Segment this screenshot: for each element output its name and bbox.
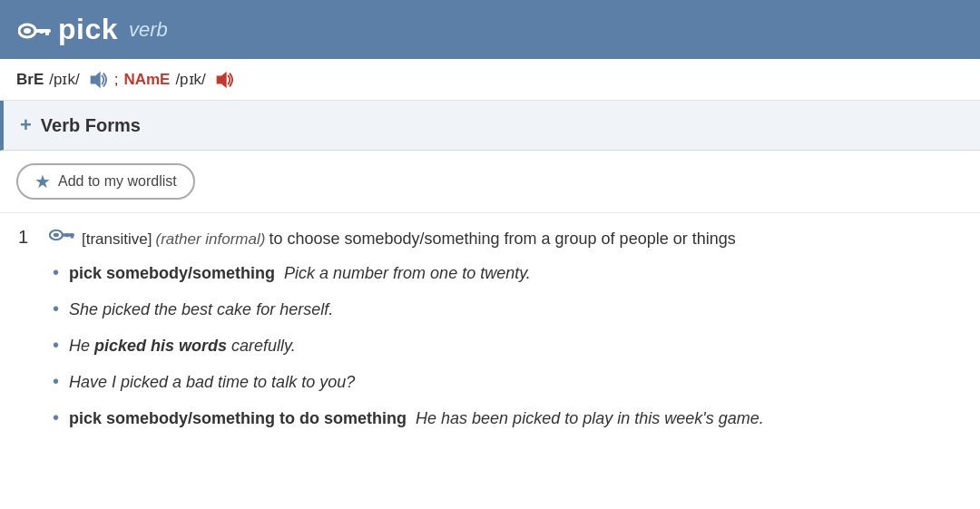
bullet-icon-2: • [53,295,64,322]
wordlist-bar: ★ Add to my wordlist [0,151,980,213]
examples-list: • pick somebody/something Pick a number … [49,259,962,431]
example-phrase-1: pick somebody/something [69,264,275,282]
example-italic-1: Pick a number from one to twenty. [284,264,531,282]
pronunciation-bar: BrE /pɪk/ ; NAmE /pɪk/ [0,59,980,101]
definition-informal: (rather informal) [155,228,265,251]
def-key-icon [49,226,74,244]
example-item-3: • He picked his words carefully. [53,331,962,358]
example-item-5: • pick somebody/something to do somethin… [53,404,962,431]
example-phrase-5: pick somebody/something to do something [69,409,407,427]
svg-marker-6 [216,71,226,87]
name-label: NAmE [123,71,170,89]
definition-content: [transitive] (rather informal) to choose… [49,226,962,440]
svg-point-8 [54,233,59,237]
add-to-wordlist-button[interactable]: ★ Add to my wordlist [16,163,195,200]
bullet-icon-1: • [53,259,64,286]
example-item-2: • She picked the best cake for herself. [53,295,962,322]
svg-rect-10 [71,233,74,238]
star-icon: ★ [34,171,51,192]
name-ipa: /pɪk/ [175,70,205,89]
bre-label: BrE [16,71,44,89]
definition-number: 1 [18,227,36,248]
verb-forms-plus: + [20,113,32,137]
header-word: pick [58,13,118,46]
bre-sound-button[interactable] [87,70,107,90]
example-pre-3: He [69,337,94,355]
definition-main-line: [transitive] (rather informal) to choose… [49,226,962,251]
definition-text: to choose somebody/something from a grou… [269,227,735,251]
example-text-5: pick somebody/something to do something … [69,406,764,431]
example-text-4: Have I picked a bad time to talk to you? [69,370,355,395]
bullet-icon-3: • [53,331,64,358]
example-bold-3: picked his words [94,337,227,355]
definitions-section: 1 [transitive] (rather informal) to choo… [0,213,980,458]
svg-rect-11 [65,233,69,237]
verb-forms-bar[interactable]: + Verb Forms [0,101,980,151]
svg-point-1 [24,28,31,34]
example-italic-5: He has been picked to play in this week'… [416,409,764,427]
example-text-3: He picked his words carefully. [69,334,296,358]
header-pos: verb [129,18,168,42]
svg-rect-3 [45,29,49,35]
definition-tag: [transitive] [82,228,152,251]
definition-entry-1: 1 [transitive] (rather informal) to choo… [18,226,962,440]
example-item-1: • pick somebody/something Pick a number … [53,259,962,286]
bullet-icon-5: • [53,404,64,431]
key-icon [18,20,47,40]
wordlist-button-label: Add to my wordlist [58,173,177,190]
svg-marker-5 [90,71,100,87]
pron-separator: ; [114,71,119,89]
verb-forms-label: Verb Forms [41,115,141,136]
svg-rect-4 [40,29,44,34]
bre-ipa: /pɪk/ [49,70,79,89]
bullet-icon-4: • [53,367,64,395]
example-text-1: pick somebody/something Pick a number fr… [69,261,531,286]
header: pick verb [0,0,980,59]
name-sound-button[interactable] [213,70,233,90]
example-item-4: • Have I picked a bad time to talk to yo… [53,367,962,395]
example-text-2: She picked the best cake for herself. [69,298,333,322]
example-post-3: carefully. [227,337,296,355]
